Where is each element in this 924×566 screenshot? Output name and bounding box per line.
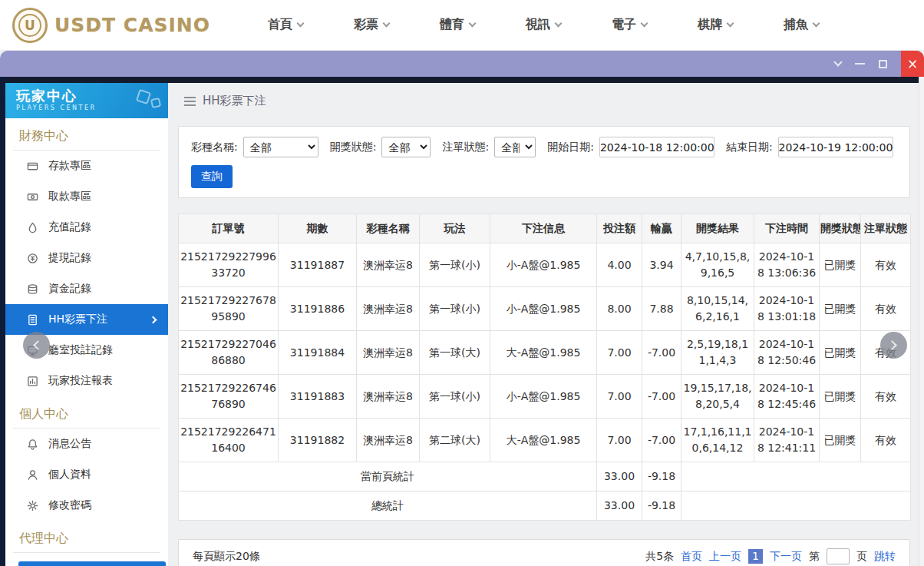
chevron-down-icon <box>641 20 648 28</box>
current-page-badge[interactable]: 1 <box>748 549 763 564</box>
table-cell: 有效 <box>861 243 911 287</box>
table-cell: 第一球(小) <box>420 287 490 331</box>
start-date-input[interactable] <box>599 137 714 157</box>
top-navigation: U USDT CASINO 首頁彩票體育視訊電子棋牌捕魚 <box>0 0 924 51</box>
sidebar-item-withdraw[interactable]: 取款專區 <box>5 181 168 212</box>
window-left-edge <box>0 77 5 566</box>
withdraw-icon <box>26 190 38 203</box>
sidebar-item-lottery[interactable]: HH彩票下注 <box>5 304 168 335</box>
person-icon <box>26 468 38 481</box>
table-cell: 已開獎 <box>820 243 861 287</box>
hamburger-menu-icon[interactable] <box>184 97 196 106</box>
lottery-icon <box>26 313 38 326</box>
topnav-item[interactable]: 首頁 <box>243 0 328 51</box>
first-page-link[interactable]: 首页 <box>681 550 702 564</box>
maximize-icon[interactable] <box>879 60 887 68</box>
table-row: 215217292267467689031191883澳洲幸运8第一球(小)小-… <box>179 375 911 419</box>
table-cell: 31191886 <box>279 287 357 331</box>
close-icon[interactable]: × <box>901 51 924 77</box>
lottery-name-label: 彩種名稱: <box>191 141 238 154</box>
table-cell: 澳洲幸运8 <box>357 419 420 462</box>
window-titlebar: × <box>0 51 924 77</box>
minimize-icon[interactable] <box>855 63 865 65</box>
topnav-item[interactable]: 電子 <box>586 0 672 51</box>
column-header: 彩種名稱 <box>357 214 420 243</box>
table-cell: 澳洲幸运8 <box>357 243 420 287</box>
table-row: 215217292279963372031191887澳洲幸运8第一球(小)小-… <box>179 243 911 287</box>
prev-page-link[interactable]: 上一页 <box>709 550 741 564</box>
topnav-item[interactable]: 棋牌 <box>672 0 758 51</box>
bell-icon <box>26 438 38 450</box>
chevron-down-icon <box>297 20 305 28</box>
logo-letter: U <box>18 14 41 37</box>
chevron-down-icon <box>469 20 477 28</box>
end-date-input[interactable] <box>778 137 893 157</box>
summary-empty-cell <box>681 492 911 521</box>
table-cell: -7.00 <box>642 375 681 419</box>
column-header: 訂單號 <box>179 214 279 243</box>
chevron-down-icon <box>727 20 734 28</box>
search-button[interactable]: 查詢 <box>191 165 233 188</box>
column-header: 期數 <box>279 214 357 243</box>
topnav-item-label: 彩票 <box>354 17 378 33</box>
sidebar-section-title: 個人中心 <box>13 396 160 429</box>
sidebar-item-gear[interactable]: 修改密碼 <box>5 490 168 521</box>
carousel-left-arrow[interactable] <box>23 332 50 359</box>
order-status-select[interactable]: 全部 <box>494 137 536 157</box>
sidebar-item-label: 取款專區 <box>48 190 91 204</box>
sidebar-item-label: 存款專區 <box>48 159 91 173</box>
page-jump-input[interactable] <box>827 548 850 564</box>
gear-icon <box>26 499 38 511</box>
sidebar-item-funds[interactable]: 資金記錄 <box>5 273 168 304</box>
background-strip <box>0 77 924 83</box>
pagination-bar: 每頁顯示20條 共5条 首页 上一页 1 下一页 第 页 跳转 <box>178 539 910 566</box>
table-cell: 大-A盤@1.985 <box>490 331 597 375</box>
sidebar-item-label: 修改密碼 <box>48 498 91 512</box>
chevron-right-icon <box>887 340 897 350</box>
table-cell: 7.00 <box>597 419 642 462</box>
chevron-left-icon <box>33 340 43 350</box>
draw-status-select[interactable]: 全部 <box>381 137 431 157</box>
table-cell: 31191887 <box>279 243 357 287</box>
next-page-link[interactable]: 下一页 <box>770 550 802 564</box>
summary-winloss-total: -9.18 <box>642 462 681 492</box>
scrollbar[interactable] <box>919 77 924 566</box>
topnav-item[interactable]: 視訊 <box>500 0 586 51</box>
filter-panel: 彩種名稱: 全部 開獎狀態: 全部 注單狀態: 全部 開始日期: 結束日期: 查… <box>178 126 910 198</box>
sidebar-item-label: 個人資料 <box>48 468 91 482</box>
page-size-text: 每頁顯示20條 <box>193 550 260 564</box>
sidebar-item-deposit[interactable]: 存款專區 <box>5 151 168 181</box>
table-cell: 澳洲幸运8 <box>357 331 420 375</box>
carousel-right-arrow[interactable] <box>880 332 907 359</box>
logo-badge-icon: U <box>12 8 48 43</box>
table-cell: 19,15,17,18,8,20,5,4 <box>681 375 754 419</box>
collapse-chevron-icon[interactable] <box>833 58 842 66</box>
breadcrumb: HH彩票下注 <box>168 83 919 108</box>
bets-table: 訂單號期數彩種名稱玩法下注信息投注額輸贏開獎結果下注時間開獎狀態注單狀態 215… <box>178 213 911 521</box>
deposit-icon <box>26 160 38 172</box>
chevron-down-icon <box>383 20 391 28</box>
cashout-icon <box>26 252 38 264</box>
sidebar-next-item-partial[interactable] <box>18 561 166 566</box>
lottery-name-select[interactable]: 全部 <box>243 137 318 157</box>
brand-title: USDT CASINO <box>54 14 210 36</box>
table-cell: 2152172922704686880 <box>179 331 279 375</box>
table-cell: 3.94 <box>642 243 681 287</box>
sidebar-item-bell[interactable]: 消息公告 <box>5 429 168 459</box>
page-title: HH彩票下注 <box>203 94 266 108</box>
jump-button[interactable]: 跳转 <box>874 550 896 564</box>
topnav-item[interactable]: 體育 <box>414 0 500 51</box>
summary-label: 當前頁統計 <box>179 462 597 492</box>
column-header: 輸贏 <box>642 214 681 243</box>
topnav-item[interactable]: 捕魚 <box>758 0 844 51</box>
sidebar-item-recharge[interactable]: 充值記錄 <box>5 212 168 243</box>
sidebar-item-person[interactable]: 個人資料 <box>5 459 168 490</box>
table-cell: 大-A盤@1.985 <box>490 419 597 462</box>
sidebar-item-report[interactable]: 玩家投注報表 <box>5 366 168 396</box>
table-cell: 2024-10-18 13:01:18 <box>754 287 820 331</box>
topnav-item-label: 電子 <box>612 17 636 33</box>
sidebar-item-cashout[interactable]: 提現記錄 <box>5 243 168 273</box>
table-cell: 第一球(大) <box>420 331 490 375</box>
table-cell: 8,10,15,14,6,2,16,1 <box>681 287 754 331</box>
topnav-item[interactable]: 彩票 <box>328 0 414 51</box>
